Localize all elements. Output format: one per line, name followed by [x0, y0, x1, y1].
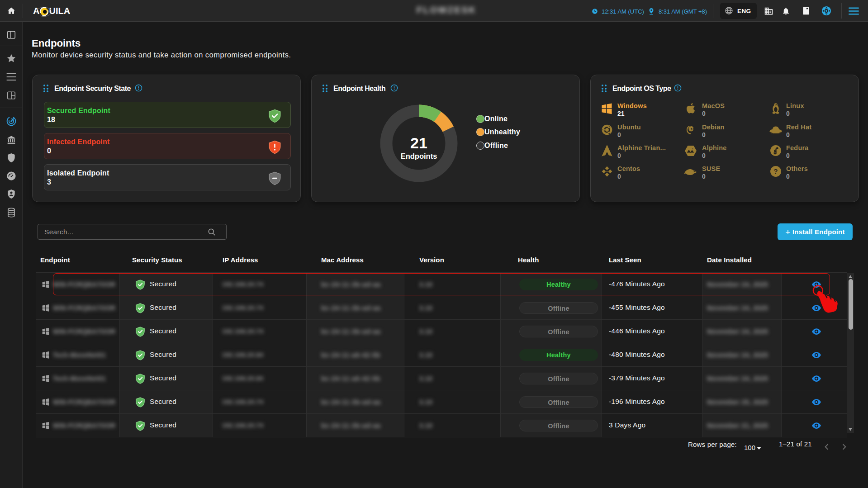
svg-text:Endpoints: Endpoints — [401, 152, 437, 160]
svg-text:21: 21 — [410, 134, 427, 152]
svg-text:?: ? — [773, 167, 778, 175]
